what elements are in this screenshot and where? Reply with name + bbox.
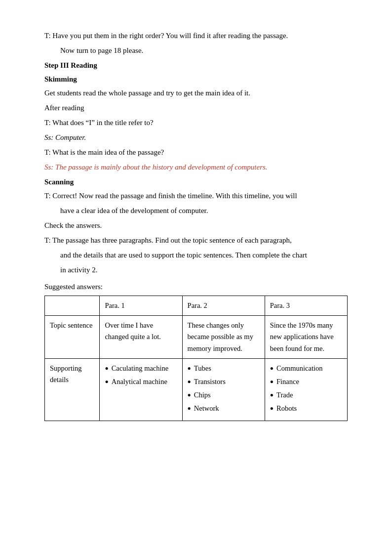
answers-table: Para. 1 Para. 2 Para. 3 Topic sentence O… <box>44 296 348 421</box>
student-answer-1: Ss: Computer. <box>44 131 348 143</box>
header-cell-para2: Para. 2 <box>182 296 265 316</box>
teacher-line3-indent: have a clear idea of the development of … <box>60 205 348 216</box>
skimming-title: Skimming <box>44 73 348 85</box>
supporting-details-para3: Communication Finance Trade Robots <box>265 358 347 421</box>
list-item: Chips <box>188 389 260 401</box>
teacher-question-2: T: What is the main idea of the passage? <box>44 146 348 158</box>
header-cell-para1: Para. 1 <box>100 296 182 316</box>
page-content: T: Have you put them in the right order?… <box>44 30 348 421</box>
supporting-details-row: Supporting details Caculating machine An… <box>45 358 348 421</box>
suggested-label: Suggested answers: <box>44 281 348 293</box>
teacher-line3: T: Correct! Now read the passage and fin… <box>44 190 348 202</box>
supporting-details-para1: Caculating machine Analytical machine <box>100 358 182 421</box>
topic-sentence-row: Topic sentence Over time I have changed … <box>45 316 348 359</box>
supporting-details-label: Supporting details <box>45 358 100 421</box>
teacher-line4: T: The passage has three paragraphs. Fin… <box>44 234 348 246</box>
header-cell-empty <box>45 296 100 316</box>
table-header-row: Para. 1 Para. 2 Para. 3 <box>45 296 348 316</box>
skimming-instruction: Get students read the whole passage and … <box>44 87 348 99</box>
line1: T: Have you put them in the right order?… <box>44 30 348 42</box>
topic-sentence-para2: These changes only became possible as my… <box>182 316 265 359</box>
topic-sentence-para1: Over time I have changed quite a lot. <box>100 316 182 359</box>
teacher-question-1: T: What does “I” in the title refer to? <box>44 117 348 128</box>
line2: Now turn to page 18 please. <box>60 44 348 56</box>
list-item: Analytical machine <box>105 376 177 387</box>
list-item: Tubes <box>188 363 260 374</box>
list-item: Transistors <box>188 376 260 387</box>
check-answers: Check the answers. <box>44 219 348 231</box>
list-item: Network <box>188 403 260 414</box>
para1-bullet-list: Caculating machine Analytical machine <box>105 363 177 387</box>
para3-bullet-list: Communication Finance Trade Robots <box>270 363 342 415</box>
header-cell-para3: Para. 3 <box>265 296 347 316</box>
list-item: Finance <box>270 376 342 387</box>
teacher-line4-indent2: in activity 2. <box>60 264 348 276</box>
topic-sentence-label: Topic sentence <box>45 316 100 359</box>
scanning-title: Scanning <box>44 176 348 188</box>
after-reading: After reading <box>44 102 348 114</box>
para2-bullet-list: Tubes Transistors Chips Network <box>188 363 260 415</box>
student-answer-2: Ss: The passage is mainly about the hist… <box>44 161 348 173</box>
list-item: Communication <box>270 363 342 374</box>
list-item: Caculating machine <box>105 363 177 374</box>
supporting-details-para2: Tubes Transistors Chips Network <box>182 358 265 421</box>
list-item: Robots <box>270 403 342 414</box>
step-title: Step III Reading <box>44 59 348 71</box>
topic-sentence-para3: Since the 1970s many new applications ha… <box>265 316 347 359</box>
teacher-line4-indent1: and the details that are used to support… <box>60 249 348 261</box>
list-item: Trade <box>270 389 342 401</box>
